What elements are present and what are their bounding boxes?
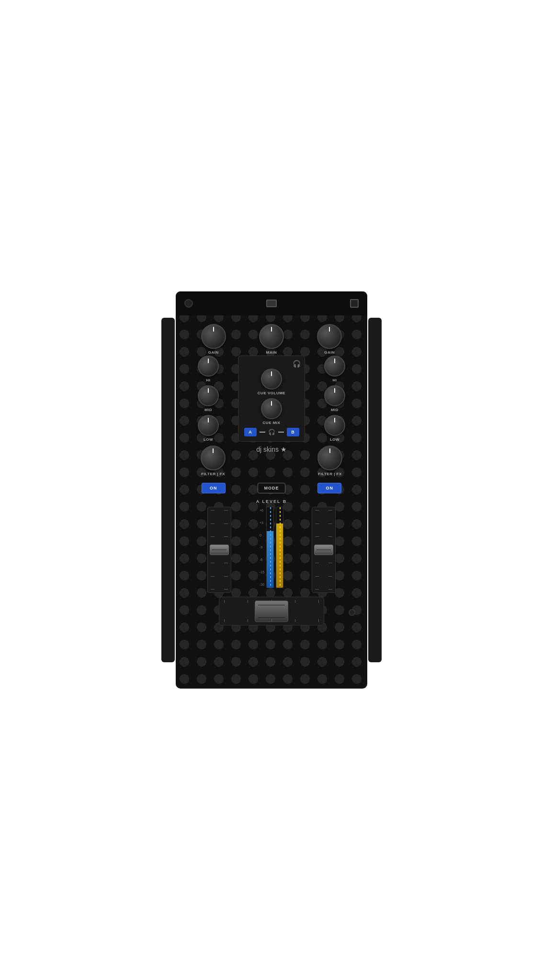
cf-tick	[248, 600, 248, 603]
cue-volume-label: CUE VOLUME	[258, 391, 285, 395]
filter-left-label: FILTER | FX	[201, 472, 225, 476]
cue-line	[260, 432, 265, 433]
gain-left-knob[interactable]	[201, 324, 226, 349]
vu-labels: +6 +3 0 -3 -6 -15 -30	[260, 507, 264, 588]
main-group: MAIN	[259, 324, 284, 355]
tick	[224, 510, 228, 511]
gain-right-label: GAIN	[324, 350, 335, 355]
vu-section: +6 +3 0 -3 -6 -15 -30	[260, 507, 283, 588]
cue-volume-knob[interactable]	[261, 368, 282, 390]
tick	[211, 563, 215, 563]
mid-left-knob[interactable]	[198, 385, 219, 406]
tick	[224, 576, 228, 577]
low-right-label: LOW	[330, 437, 339, 442]
hi-right-knob[interactable]	[324, 356, 345, 377]
cf-tick	[318, 600, 319, 603]
main-label: MAIN	[266, 350, 277, 355]
crossfader-track	[219, 597, 324, 625]
vu-meter-b	[276, 507, 283, 588]
cue-mix-group: CUE MIX	[261, 398, 282, 425]
side-ear-left	[161, 318, 175, 662]
cf-tick	[318, 619, 319, 622]
vu-label-0: 0	[260, 534, 264, 537]
cue-mix-label: CUE MIX	[263, 421, 281, 425]
tick	[315, 589, 319, 590]
filter-left-knob[interactable]	[201, 445, 226, 470]
mixer-wrapper: GAIN MAIN GAIN HI	[161, 291, 382, 689]
vu-label-m30: -30	[260, 583, 264, 586]
hi-left-knob[interactable]	[198, 356, 219, 377]
fader-left-group	[182, 507, 257, 593]
mode-button[interactable]: MODE	[258, 483, 285, 493]
fader-left-handle[interactable]	[210, 545, 229, 555]
tick	[315, 523, 319, 524]
mid-right-label: MID	[331, 408, 339, 412]
vu-label-m15: -15	[260, 570, 264, 574]
vu-dashed-a	[270, 507, 271, 588]
low-left-knob[interactable]	[198, 415, 219, 436]
eq-section: HI MID LOW 🎧 CUE VOL	[176, 356, 367, 442]
tick	[328, 576, 332, 577]
main-knob[interactable]	[259, 324, 284, 349]
headphone-icon: 🎧	[293, 360, 301, 368]
gain-right-knob[interactable]	[317, 324, 342, 349]
level-header: A LEVEL B	[182, 499, 361, 504]
low-left-label: LOW	[204, 437, 213, 442]
gain-main-row: GAIN MAIN GAIN	[176, 324, 367, 355]
tick	[224, 589, 228, 590]
hi-right-label: HI	[333, 378, 337, 382]
mixer-body: GAIN MAIN GAIN HI	[176, 291, 367, 689]
crossfader-handle[interactable]	[255, 601, 288, 622]
tick	[211, 523, 215, 524]
usb-port	[266, 300, 277, 307]
tick	[224, 563, 228, 563]
tick	[315, 536, 319, 537]
cf-tick	[272, 619, 272, 622]
tick	[328, 510, 332, 511]
on-button-right[interactable]: ON	[317, 483, 341, 493]
mid-right-knob[interactable]	[324, 385, 345, 406]
tick	[211, 536, 215, 537]
left-eq-knobs: HI MID LOW	[181, 356, 236, 442]
tick	[211, 576, 215, 577]
low-right-knob[interactable]	[324, 415, 345, 436]
tick	[315, 510, 319, 511]
vu-label-m6: -6	[260, 558, 264, 561]
level-header-text: A LEVEL B	[256, 499, 287, 504]
vu-label-p6: +6	[260, 509, 264, 512]
cf-tick	[224, 600, 225, 603]
filter-left-group: FILTER | FX	[201, 445, 226, 476]
side-ear-right	[368, 318, 382, 662]
tick	[328, 523, 332, 524]
fader-left-track	[207, 507, 231, 593]
mixer-content: GAIN MAIN GAIN HI	[176, 291, 367, 625]
top-right-button	[350, 299, 359, 308]
top-screw-left	[184, 299, 193, 308]
gain-left-label: GAIN	[208, 350, 219, 355]
level-section: A LEVEL B	[176, 499, 367, 593]
low-right-group: LOW	[324, 415, 345, 442]
hi-left-group: HI	[198, 356, 219, 382]
on-button-left[interactable]: ON	[202, 483, 226, 493]
vu-label-m3: -3	[260, 546, 264, 549]
controls-row: ON MODE ON	[176, 481, 367, 495]
cue-mix-knob[interactable]	[261, 398, 282, 419]
dj-logo: dj skins ★	[256, 445, 287, 453]
cf-tick	[295, 619, 295, 622]
tick	[211, 589, 215, 590]
tick	[328, 563, 332, 563]
top-bar	[176, 291, 367, 315]
cue-btn-b[interactable]: B	[287, 428, 299, 436]
headphone-symbol: 🎧	[268, 429, 275, 435]
cue-btn-a[interactable]: A	[244, 428, 257, 436]
cue-volume-group: CUE VOLUME	[258, 368, 285, 395]
gain-left-group: GAIN	[201, 324, 226, 355]
tick	[328, 536, 332, 537]
cf-bottom-ticks	[224, 619, 319, 622]
fader-right-handle[interactable]	[314, 545, 333, 555]
hi-left-label: HI	[206, 378, 211, 382]
crossfader-section	[176, 593, 367, 625]
filter-right-knob[interactable]	[317, 445, 342, 470]
cue-panel: 🎧 CUE VOLUME CUE MIX A 🎧 B	[238, 356, 305, 442]
mid-left-label: MID	[204, 408, 212, 412]
